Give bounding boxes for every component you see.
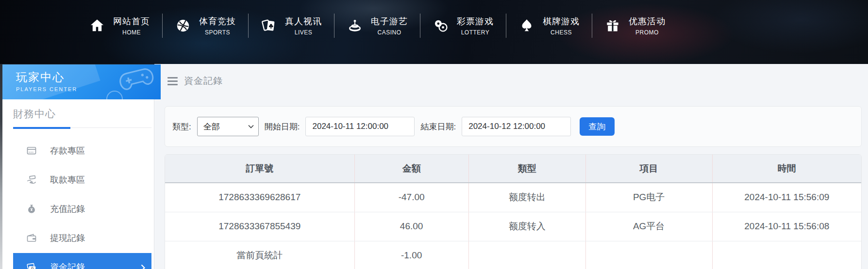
gamepad-icon (116, 64, 157, 94)
withdraw-icon (26, 174, 37, 186)
cell-time: 2024-10-11 15:56:09 (712, 183, 861, 212)
nav-item-casino[interactable]: 电子游艺CASINO (334, 16, 420, 36)
nav-item-promo[interactable]: 优惠活动PROMO (592, 16, 678, 36)
players-center-title: 玩家中心 (16, 70, 77, 85)
column-header-time: 時間 (712, 155, 861, 183)
nav-item-lives[interactable]: 真人视讯LIVES (249, 16, 334, 36)
players-center-subtitle: PLAYERS CENTER (16, 86, 77, 92)
cell-order-no: 1728633367855439 (165, 212, 354, 241)
roulette-icon (347, 17, 363, 34)
cards-icon (261, 17, 277, 34)
sidebar: 財務中心 存款專區取款專區充值記錄提現記錄資金記錄 (2, 99, 154, 269)
withdrawal-record-icon (26, 232, 37, 244)
cell-type (468, 241, 585, 269)
column-header-type: 類型 (468, 155, 585, 183)
column-header-item: 項目 (585, 155, 712, 183)
chevron-right-icon (141, 264, 146, 269)
column-header-order-no: 訂單號 (165, 155, 354, 183)
table-row: 172863336785543946.00额度转入AG平台2024-10-11 … (165, 212, 861, 241)
section-underline (13, 127, 151, 128)
table-header-row: 訂單號金額類型項目時間 (165, 155, 861, 183)
sidebar-item-label: 資金記錄 (50, 261, 85, 269)
cell-amount: -47.00 (354, 183, 468, 212)
nav-item-label-zh: 真人视讯 (285, 16, 322, 27)
start-date-label: 開始日期: (265, 121, 300, 132)
deposit-icon (26, 145, 37, 157)
nav-item-chess[interactable]: 棋牌游戏CHESS (506, 16, 592, 36)
sidebar-item-recharge-record[interactable]: 充值記錄 (13, 195, 151, 223)
sidebar-menu: 存款專區取款專區充值記錄提現記錄資金記錄 (2, 137, 154, 269)
cell-time: 2024-10-11 15:56:08 (712, 212, 861, 241)
nav-item-sports[interactable]: 体育竞技SPORTS (163, 16, 248, 36)
sidebar-section-title: 財務中心 (13, 107, 154, 121)
nav-item-label-en: PROMO (635, 29, 659, 36)
type-select[interactable]: 全部 (197, 117, 259, 136)
search-button[interactable]: 查詢 (580, 117, 615, 136)
gift-icon (604, 17, 621, 34)
cell-item: PG电子 (585, 183, 712, 212)
cell-item: AG平台 (585, 212, 712, 241)
column-header-amount: 金額 (354, 155, 468, 183)
nav-item-label-zh: 棋牌游戏 (543, 16, 580, 27)
page-title: 資金記錄 (184, 75, 223, 87)
nav-item-label-zh: 电子游艺 (371, 16, 408, 27)
sidebar-item-label: 存款專區 (50, 145, 85, 157)
type-label: 類型: (172, 121, 191, 132)
sidebar-item-label: 提現記錄 (50, 232, 85, 244)
filter-panel: 類型: 全部 開始日期: 結束日期: 查詢 (165, 106, 862, 147)
nav-item-label-en: SPORTS (205, 29, 230, 36)
cell-item (585, 241, 712, 269)
start-date-input[interactable] (305, 117, 415, 136)
cell-type: 额度转入 (468, 212, 585, 241)
recharge-record-icon (26, 203, 37, 215)
top-nav: 网站首页HOME体育竞技SPORTS真人视讯LIVES电子游艺CASINO彩票游… (0, 0, 868, 64)
sidebar-item-withdrawal-record[interactable]: 提現記錄 (13, 224, 151, 252)
nav-item-label-zh: 彩票游戏 (457, 16, 494, 27)
screen: 网站首页HOME体育竞技SPORTS真人视讯LIVES电子游艺CASINO彩票游… (0, 0, 868, 269)
funds-record-icon (26, 261, 37, 269)
sidebar-item-funds-record[interactable]: 資金記錄 (13, 253, 151, 269)
nav-item-label-zh: 优惠活动 (629, 16, 666, 27)
main-content: 資金記錄 類型: 全部 開始日期: 結束日期: 查詢 訂單號金額類型項目時間 1… (154, 64, 868, 269)
nav-item-label-zh: 网站首页 (113, 16, 150, 27)
nav-item-label-en: LIVES (295, 29, 313, 36)
menu-toggle-icon[interactable] (167, 77, 178, 85)
sports-ball-icon (175, 17, 191, 34)
nav-item-label-en: CASINO (377, 29, 401, 36)
players-center-header: 玩家中心 PLAYERS CENTER (2, 64, 161, 99)
nav-item-label-en: CHESS (551, 29, 572, 36)
sidebar-item-label: 充值記錄 (50, 203, 85, 215)
table-body: 1728633369628617-47.00额度转出PG电子2024-10-11… (165, 183, 861, 269)
sidebar-item-label: 取款專區 (50, 174, 85, 186)
breadcrumb: 資金記錄 (167, 75, 223, 87)
end-date-label: 結束日期: (420, 121, 456, 132)
nav-item-label-en: LOTTERY (461, 29, 490, 36)
cell-time (712, 241, 861, 269)
cell-order-no: 當前頁統計 (165, 241, 354, 269)
end-date-input[interactable] (462, 117, 571, 136)
lottery-balls-icon (433, 17, 449, 34)
sidebar-item-withdraw[interactable]: 取款專區 (13, 166, 151, 194)
nav-item-lottery[interactable]: 彩票游戏LOTTERY (420, 16, 506, 36)
sidebar-item-deposit[interactable]: 存款專區 (13, 137, 151, 165)
cell-type: 额度转出 (468, 183, 585, 212)
home-icon (89, 17, 105, 34)
nav-item-label-en: HOME (122, 29, 141, 36)
nav-item-home[interactable]: 网站首页HOME (77, 16, 162, 36)
records-table: 訂單號金額類型項目時間 1728633369628617-47.00额度转出PG… (165, 154, 862, 269)
nav-item-label-zh: 体育竞技 (199, 16, 236, 27)
spade-icon (518, 17, 535, 34)
cell-amount: -1.00 (354, 241, 468, 269)
summary-row: 當前頁統計-1.00 (165, 241, 861, 269)
cell-amount: 46.00 (354, 212, 468, 241)
table-row: 1728633369628617-47.00额度转出PG电子2024-10-11… (165, 183, 861, 212)
cell-order-no: 1728633369628617 (165, 183, 354, 212)
